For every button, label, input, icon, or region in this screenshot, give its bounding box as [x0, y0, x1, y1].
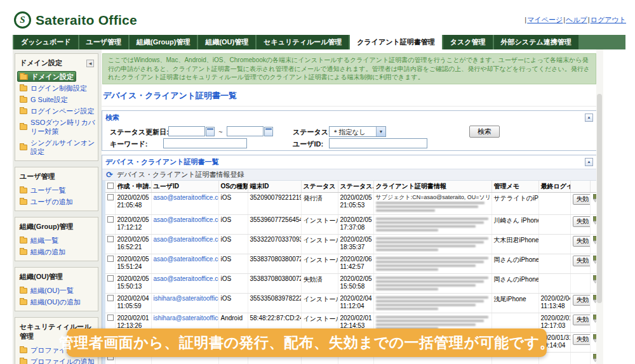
- row-checkbox[interactable]: [107, 194, 114, 200]
- user-id-link[interactable]: asao@sateraitooffice.com: [154, 194, 219, 201]
- action-cell: 失効: [570, 192, 590, 214]
- revoke-button[interactable]: 失効: [573, 334, 591, 345]
- user-id-link[interactable]: ishihara@sateraitooffice.com: [154, 315, 219, 322]
- collapse-list-icon[interactable]: ▲: [585, 158, 593, 166]
- app-window: S Sateraito Office |マイページ|ヘルプ|ログアウト ダッシュ…: [0, 0, 635, 364]
- last-login-cell: [538, 214, 570, 234]
- redacted-text: [376, 288, 438, 290]
- keyword-label: キーワード:: [110, 140, 147, 149]
- main-nav: ダッシュボードユーザ管理組織(Group)管理組織(OU)管理セキュリティルール…: [13, 35, 625, 49]
- revoke-button[interactable]: 失効: [573, 236, 591, 247]
- sidebar-item-label: SSOダウン時リカバリー対策: [30, 118, 95, 136]
- user-id-input[interactable]: [329, 138, 427, 148]
- column-header[interactable]: 端末ID: [248, 181, 301, 193]
- collapse-section-icon[interactable]: ◀: [86, 60, 94, 67]
- user-id-link[interactable]: asao@sateraitooffice.com: [154, 216, 219, 223]
- revoke-button[interactable]: 失効: [573, 295, 591, 306]
- nav-tab[interactable]: 組織(Group)管理: [130, 35, 197, 49]
- row-checkbox[interactable]: [107, 236, 114, 242]
- folder-icon: [20, 199, 27, 205]
- column-header[interactable]: 作成・申請...: [115, 181, 151, 193]
- sidebar-item[interactable]: ユーザ一覧: [15, 185, 98, 196]
- redacted-text: [376, 221, 484, 224]
- search-button[interactable]: 検索: [469, 126, 500, 138]
- column-header[interactable]: ステータス: [301, 181, 338, 193]
- redacted-text: [376, 241, 484, 244]
- collapse-search-icon[interactable]: ▲: [585, 114, 593, 122]
- device-id-cell: 353837080380072: [248, 254, 301, 273]
- sidebar-item[interactable]: シングルサインオン設定: [15, 137, 98, 157]
- row-checkbox[interactable]: [107, 256, 114, 262]
- column-header[interactable]: OSの種類: [218, 181, 248, 193]
- nav-tab[interactable]: 外部システム連携管理: [494, 35, 578, 49]
- revoke-button[interactable]: 失効: [573, 315, 591, 325]
- nav-tab[interactable]: ダッシュボード: [14, 35, 78, 49]
- action-cell: 失効: [570, 313, 590, 332]
- device-id-cell: 353322070337093: [248, 234, 301, 254]
- user-id-link[interactable]: asao@sateraitooffice.com: [154, 256, 219, 263]
- keyword-input[interactable]: [163, 138, 247, 148]
- sidebar-item[interactable]: 組織(OU)の追加: [15, 296, 98, 308]
- sidebar-item[interactable]: 組織の追加: [15, 246, 98, 257]
- calendar-icon[interactable]: [264, 127, 273, 136]
- nav-tab[interactable]: セキュリティルール管理: [257, 35, 349, 49]
- revoke-button[interactable]: 失効: [573, 216, 591, 227]
- status-cell: インストール済: [301, 234, 338, 254]
- row-checkbox[interactable]: [107, 216, 114, 223]
- status-cell: インストール済: [301, 293, 338, 313]
- refresh-icon[interactable]: ⟳: [106, 171, 113, 179]
- sidebar-section-title: 組織(OU)管理: [20, 272, 63, 282]
- sidebar-item-label: ログイン制御設定: [30, 84, 87, 93]
- os-cell: iOS: [218, 214, 248, 234]
- folder-icon: [20, 288, 27, 294]
- row-checkbox[interactable]: [107, 275, 114, 282]
- revoke-button[interactable]: 失効: [573, 256, 591, 266]
- sidebar-item[interactable]: ログインページ設定: [15, 105, 98, 117]
- nav-tab[interactable]: クライアント証明書管理: [350, 35, 442, 49]
- device-id-cell: 353837080380072: [248, 273, 301, 293]
- status-date-to-input[interactable]: [227, 126, 264, 136]
- user-id-link[interactable]: asao@sateraitooffice.com: [154, 236, 219, 243]
- header-link[interactable]: ログアウト: [591, 16, 626, 23]
- redacted-text: [376, 268, 438, 271]
- nav-tab[interactable]: ユーザ管理: [79, 35, 129, 49]
- sidebar-item[interactable]: 組織(OU)一覧: [15, 285, 98, 296]
- calendar-icon[interactable]: [206, 127, 215, 136]
- user-id-link[interactable]: asao@sateraitooffice.com: [154, 275, 219, 282]
- device-id-cell: 352090079221219: [248, 192, 301, 214]
- scrollbar-thumb[interactable]: [597, 94, 602, 303]
- column-header[interactable]: ユーザID: [151, 181, 218, 193]
- column-header[interactable]: ステータス...: [338, 181, 373, 193]
- header-link[interactable]: ヘルプ: [566, 16, 587, 23]
- sidebar-item[interactable]: G Suite設定: [15, 94, 98, 105]
- os-cell: iOS: [218, 254, 248, 273]
- cert-info-cell: [373, 293, 491, 313]
- sidebar-item[interactable]: 組織一覧: [15, 235, 98, 246]
- column-header[interactable]: 管理メモ: [491, 181, 538, 193]
- column-header[interactable]: クライアント証明書情報: [373, 181, 491, 193]
- status-select[interactable]: ＊指定なし ▼: [329, 126, 386, 137]
- row-checkbox[interactable]: [107, 315, 114, 321]
- nav-tab[interactable]: 組織(OU)管理: [198, 35, 255, 49]
- scrollbar-track[interactable]: [596, 49, 603, 364]
- row-checkbox[interactable]: [107, 295, 114, 301]
- action-cell: 失効: [570, 293, 590, 313]
- sidebar-item[interactable]: ログイン制御設定: [15, 82, 98, 94]
- promo-banner: 管理者画面から、証明書の発行、配布、失効までの一括管理が可能です。: [67, 328, 547, 357]
- chevron-down-icon: ▼: [376, 127, 385, 136]
- redacted-text: [376, 320, 484, 322]
- header-link[interactable]: マイページ: [527, 16, 563, 23]
- column-header[interactable]: 最終ログイン: [538, 181, 570, 193]
- select-all-checkbox[interactable]: [107, 183, 114, 189]
- search-panel: 検索 ▲ ステータス更新日: ~ ステータス: ＊指定なし ▼ 検索 キーワード…: [102, 110, 597, 151]
- sidebar-item-label: ユーザ一覧: [30, 186, 66, 195]
- nav-tab[interactable]: タスク管理: [443, 35, 493, 49]
- sidebar-item[interactable]: ユーザの追加: [15, 196, 98, 207]
- redacted-text: [376, 296, 488, 299]
- created-cell: 2020/02/0411:05:59: [115, 293, 151, 313]
- register-cert-link[interactable]: デバイス・クライアント証明書情報登録: [117, 170, 244, 179]
- status-date-from-input[interactable]: [168, 126, 205, 136]
- sidebar-item[interactable]: SSOダウン時リカバリー対策: [15, 117, 98, 137]
- user-id-link[interactable]: ishihara@sateraitooffice.com: [154, 295, 219, 302]
- revoke-button[interactable]: 失効: [573, 194, 591, 205]
